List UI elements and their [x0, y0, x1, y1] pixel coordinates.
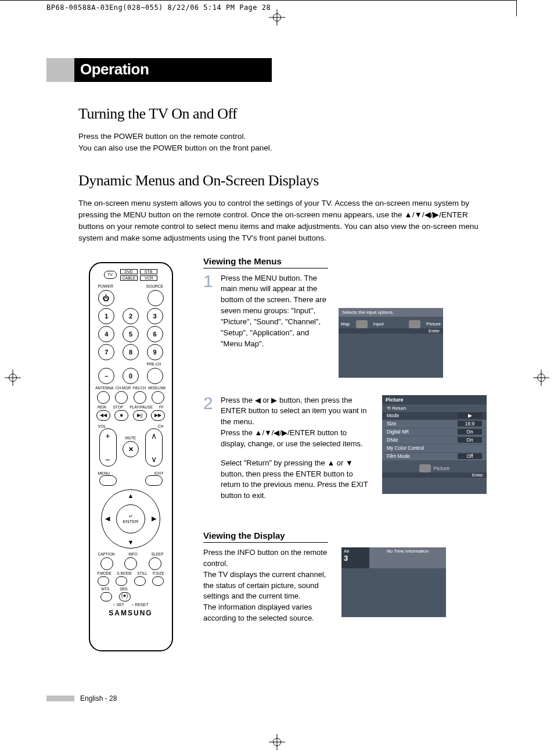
smode-label: S.MODE [117, 571, 132, 575]
mts-label: MTS [102, 587, 110, 591]
srs-label: SRS [120, 587, 127, 591]
num-9-button: 9 [147, 344, 163, 360]
osd-hint: Selects the input options. [339, 308, 443, 317]
channel-rocker: ∧ ∨ [145, 428, 163, 467]
favch-button [134, 391, 146, 404]
stop-label: STOP [113, 405, 123, 409]
still-button [134, 576, 146, 586]
sleep-button [149, 557, 161, 570]
power-button: ⏻ [98, 290, 114, 306]
mute-button: ✕ [123, 441, 139, 457]
play-button: ▶|| [133, 410, 147, 421]
num-0-button: 0 [123, 368, 139, 384]
source-button [148, 290, 164, 306]
osd-enter-hint: Enter [339, 328, 443, 334]
crop-header: BP68-00588A-03Eng(028~055) 8/22/06 5:14 … [46, 3, 271, 12]
display-text-2: The TV displays the current channel, the… [203, 569, 331, 603]
mute-label: MUTE [123, 436, 139, 440]
osd3-no-time: No Time Information [369, 547, 446, 568]
sleep-label: SLEEP [152, 552, 164, 556]
caption-button [100, 557, 113, 570]
exit-button [145, 475, 163, 486]
registration-mark-icon [269, 734, 285, 750]
osd-info-display: Air 3 No Time Information [341, 547, 446, 617]
section-title-power: Turning the TV On and Off [78, 105, 494, 123]
registration-mark-icon [533, 370, 549, 386]
osd2-category: Picture [433, 465, 449, 471]
osd-picture-menu: Picture ⟲ Return Mode▶ Size16:9 Digital … [382, 395, 487, 494]
play-label: PLAY/PAUSE [129, 405, 153, 409]
rew-button: ◀◀ [96, 410, 110, 421]
page-number: English - 28 [80, 694, 117, 703]
osd2-row-mycolor: My Color Control [382, 445, 487, 452]
exit-label: EXIT [154, 471, 164, 475]
viewing-menus-heading: Viewing the Menus [203, 256, 328, 268]
display-text-1: Press the INFO button on the remote cont… [203, 547, 331, 569]
psize-button [152, 576, 164, 586]
osd3-channel: 3 [344, 554, 367, 562]
caption-label: CAPTION [98, 552, 115, 556]
picture-icon [419, 464, 431, 472]
reset-label: ○ RESET [131, 603, 149, 607]
step-1-number: 1 [203, 273, 215, 378]
power-para-1: Press the POWER button on the remote con… [78, 131, 485, 142]
osd2-row-mode: Mode▶ [382, 412, 487, 420]
osd-tab-map: Map [341, 321, 350, 327]
pmode-button [98, 576, 109, 586]
menu-label: MENU [98, 471, 110, 475]
enter-label: ENTER [123, 519, 138, 524]
ch-label: CH [157, 424, 163, 428]
stop-button: ■ [114, 410, 128, 421]
smode-button [116, 576, 127, 586]
power-label: POWER [98, 284, 113, 288]
vol-label: VOL [98, 424, 106, 428]
set-label: ○ SET [113, 603, 124, 607]
power-para-2: You can also use the POWER button on the… [78, 142, 485, 154]
volume-rocker: + – [99, 428, 117, 467]
crop-mark-top [0, 0, 517, 1]
step-2-text-a: Press the ◀ or ▶ button, then press the … [221, 395, 372, 428]
section-title-menus: Dynamic Menus and On-Screen Displays [78, 172, 494, 189]
page-heading: Operation [74, 58, 272, 82]
osd-tab-picture: Picture [426, 321, 441, 327]
step-1-text: Press the MENU button. The main menu wil… [221, 273, 333, 378]
picture-icon [409, 320, 420, 328]
num-4-button: 4 [98, 326, 114, 342]
heading-bar [46, 58, 74, 82]
input-icon [356, 320, 368, 328]
ff-button: ▶▶ [151, 410, 165, 421]
pmode-label: P.MODE [97, 571, 111, 575]
antenna-button [97, 391, 110, 404]
num-3-button: 3 [147, 308, 163, 324]
dash-button: – [98, 368, 114, 384]
display-text-3: The information displayed varies accordi… [203, 602, 331, 624]
osd2-row-dnie: DNIeOn [382, 436, 487, 444]
pre-ch-button [147, 368, 163, 384]
menus-intro: The on-screen menu system allows you to … [78, 198, 485, 245]
ff-label: FF [159, 405, 164, 409]
viewing-display-heading: Viewing the Display [203, 531, 328, 543]
dpad-left-icon: ◀ [105, 515, 110, 522]
tv-mode-button: TV [104, 271, 117, 279]
num-8-button: 8 [123, 344, 139, 360]
ch-up-icon: ∧ [151, 431, 157, 440]
num-6-button: 6 [147, 326, 163, 342]
chmgr-button [115, 391, 128, 404]
wiselink-button [152, 391, 164, 404]
num-7-button: 7 [98, 344, 114, 360]
mts-button [100, 592, 112, 601]
osd3-air: Air [344, 549, 367, 554]
vol-up-icon: + [105, 431, 110, 440]
ch-down-icon: ∨ [151, 454, 157, 464]
wiselink-label: WISELINK [148, 386, 166, 390]
osd-main-menu: Selects the input options. Map Input Pic… [339, 308, 443, 378]
remote-illustration: TV DVD STB CABLE VCR [89, 262, 173, 651]
dvd-mode-button: DVD [120, 269, 138, 274]
psize-label: P.SIZE [153, 571, 164, 575]
step-2-text-c: Select "Return" by pressing the ▲ or ▼ b… [221, 458, 372, 501]
footer-bar [46, 696, 74, 701]
osd2-title: Picture [382, 395, 487, 404]
source-label: SOURCE [146, 284, 164, 288]
favch-label: FAV.CH [133, 386, 146, 390]
menu-button [99, 475, 117, 486]
